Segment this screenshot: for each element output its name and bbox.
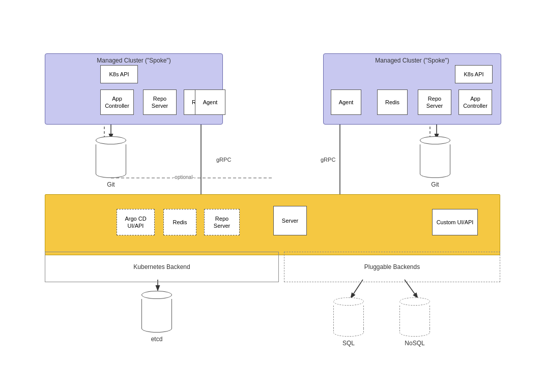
hub-custom-ui: Custom UI/API [432, 209, 478, 235]
etcd-top [141, 291, 172, 299]
right-repo-server: RepoServer [418, 89, 451, 115]
right-redis: Redis [377, 89, 408, 115]
left-app-controller: AppController [100, 89, 134, 115]
left-git-bottom [96, 170, 126, 178]
nosql-label: NoSQL [405, 340, 424, 347]
left-agent: Agent [195, 89, 225, 115]
kubernetes-backend-section: Kubernetes Backend [45, 252, 279, 282]
right-k8s-api: K8s API [455, 65, 493, 83]
right-cluster-label: Managed Cluster ("Spoke") [375, 57, 449, 64]
pluggable-backend-section: Pluggable Backends [284, 252, 500, 282]
etcd-label: etcd [151, 336, 163, 343]
pluggable-backend-label: Pluggable Backends [364, 263, 420, 270]
nosql-cylinder: NoSQL [399, 297, 430, 347]
nosql-bottom [399, 328, 430, 337]
right-git-top [420, 136, 450, 144]
right-app-controller: AppController [458, 89, 492, 115]
right-managed-cluster: Managed Cluster ("Spoke") K8s API Agent … [323, 53, 501, 125]
left-cluster-label: Managed Cluster ("Spoke") [97, 57, 170, 64]
hub-redis: Redis [163, 209, 196, 235]
left-git-body [96, 144, 126, 170]
diagram-container: Managed Cluster ("Spoke") K8s API AppCon… [0, 0, 545, 392]
etcd-body [141, 299, 172, 324]
svg-line-15 [351, 280, 363, 297]
nosql-body [399, 306, 430, 328]
left-k8s-api: K8s API [100, 65, 138, 83]
hub-argo-cd: Argo CDUI/API [117, 209, 155, 235]
right-git-cylinder: Git [420, 136, 450, 188]
sql-label: SQL [342, 340, 355, 347]
hub-server: Server [273, 206, 307, 235]
hub-cluster: Argo CDUI/API Redis RepoServer Server Cu… [45, 194, 500, 255]
etcd-cylinder: etcd [141, 291, 172, 343]
kubernetes-backend-label: Kubernetes Backend [133, 263, 190, 270]
svg-line-16 [405, 280, 417, 297]
grpc-right-label: gRPC [321, 157, 335, 163]
hub-repo-server: RepoServer [204, 209, 240, 235]
sql-cylinder: SQL [333, 297, 364, 347]
sql-top [333, 297, 364, 306]
etcd-bottom [141, 324, 172, 333]
right-git-label: Git [431, 181, 439, 188]
left-git-cylinder: Git [96, 136, 126, 188]
left-repo-server: RepoServer [143, 89, 177, 115]
right-git-bottom [420, 170, 450, 178]
sql-bottom [333, 328, 364, 337]
optional-label: -optional- [173, 174, 194, 180]
left-git-label: Git [107, 181, 114, 188]
grpc-left-label: gRPC [216, 157, 231, 163]
right-agent: Agent [331, 89, 361, 115]
left-git-top [96, 136, 126, 144]
nosql-top [399, 297, 430, 306]
sql-body [333, 306, 364, 328]
left-managed-cluster: Managed Cluster ("Spoke") K8s API AppCon… [45, 53, 223, 125]
right-git-body [420, 144, 450, 170]
